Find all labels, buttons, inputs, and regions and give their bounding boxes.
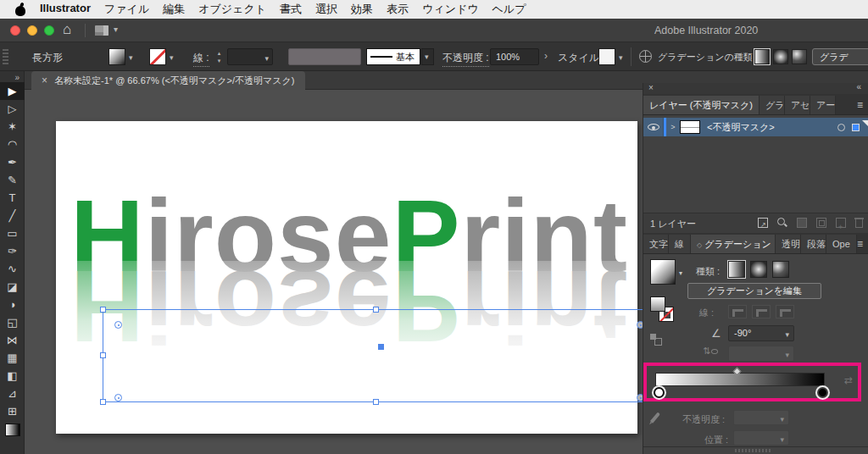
gradient-stop-black[interactable] [817, 387, 828, 398]
pen-tool[interactable]: ✒ [0, 153, 25, 171]
selection-handle[interactable] [373, 399, 379, 405]
visibility-cell[interactable] [643, 118, 664, 136]
collapse-panels-icon[interactable]: « [856, 82, 861, 91]
linear-gradient-button[interactable] [754, 49, 770, 64]
tab-transparency[interactable]: 透明 [776, 235, 801, 253]
gradient-slider[interactable] [655, 373, 825, 386]
tab-gradient-dock[interactable]: グラ [760, 96, 785, 114]
radial-gradient-button[interactable] [750, 261, 767, 278]
freeform-gradient-button[interactable] [792, 49, 807, 64]
globe-icon[interactable] [639, 50, 652, 63]
brush-definition-select[interactable]: 基本 [366, 48, 420, 65]
stroke-weight-label[interactable]: 線 : [193, 51, 209, 67]
tab-character[interactable]: 文字 [643, 235, 669, 253]
tab-opentype[interactable]: Ope [826, 235, 857, 253]
layer-expand-icon[interactable]: > [666, 123, 680, 131]
swap-fill-stroke-icon[interactable] [650, 334, 662, 344]
apple-logo-icon[interactable] [15, 3, 26, 16]
close-window-button[interactable] [10, 25, 20, 36]
panel-resize-grip[interactable] [735, 449, 772, 452]
shape-builder-tool[interactable]: ◧ [0, 367, 25, 385]
layer-target-icon[interactable] [837, 124, 845, 131]
close-document-icon[interactable]: × [42, 75, 47, 86]
zoom-window-button[interactable] [44, 25, 54, 36]
fill-color-swatch[interactable] [108, 48, 125, 65]
tab-assets[interactable]: アセ [785, 96, 810, 114]
linear-gradient-button[interactable] [728, 261, 745, 278]
free-transform-tool[interactable]: ▦ [0, 349, 25, 367]
menu-item-9[interactable]: ヘルプ [492, 2, 526, 17]
gradient-angle-select[interactable]: -90°▾ [728, 325, 794, 341]
style-chevron-icon[interactable]: ▾ [619, 53, 623, 62]
menu-item-8[interactable]: ウィンドウ [422, 2, 479, 17]
eraser-tool[interactable]: ◪ [0, 278, 25, 296]
stroke-weight-stepper[interactable]: ▴▾ [215, 49, 223, 64]
selection-handle[interactable] [100, 399, 106, 405]
arrange-documents-icon[interactable] [95, 25, 108, 36]
selection-handle[interactable] [100, 352, 106, 358]
tab-artboards[interactable]: アー| [810, 96, 836, 114]
chevron-down-icon[interactable]: ▾ [114, 25, 118, 34]
radial-gradient-button[interactable] [773, 49, 788, 64]
home-icon[interactable]: ⌂ [63, 21, 71, 38]
artboard[interactable]: HirosePrint HirosePrint [56, 121, 637, 434]
lasso-tool[interactable]: ◠ [0, 136, 25, 153]
minimize-window-button[interactable] [27, 25, 37, 36]
rotate-tool[interactable]: ◑ [0, 296, 25, 313]
selection-handle[interactable] [100, 307, 106, 313]
selection-bounding-box[interactable] [103, 309, 650, 402]
opacity-label[interactable]: 不透明度 : [442, 51, 489, 67]
gradient-tool[interactable] [0, 420, 25, 438]
anchor-widget[interactable] [114, 321, 122, 329]
graphic-style-swatch[interactable] [598, 48, 615, 65]
opacity-expand-icon[interactable]: › [544, 50, 548, 62]
direct-selection-tool[interactable]: ▷ [0, 100, 25, 118]
freeform-gradient-button[interactable] [772, 261, 789, 278]
menu-item-4[interactable]: 書式 [280, 2, 302, 17]
gradient-stop-white[interactable] [654, 387, 665, 398]
type-tool[interactable]: T [0, 189, 25, 207]
opacity-input[interactable]: 100% [490, 48, 539, 65]
tab-stroke[interactable]: 線 [669, 235, 691, 253]
collect-for-export-icon[interactable] [758, 218, 768, 228]
anchor-widget[interactable] [114, 394, 122, 401]
menu-item-1[interactable]: ファイル [104, 2, 149, 17]
stroke-color-swatch[interactable] [149, 48, 166, 65]
gradient-swatch-chevron-icon[interactable]: ▾ [679, 269, 682, 277]
layer-selection-indicator[interactable] [852, 124, 860, 131]
locate-object-icon[interactable] [777, 218, 787, 228]
expand-toolbar-icon[interactable]: » [0, 71, 24, 82]
stroke-chevron-icon[interactable]: ▾ [170, 53, 174, 62]
fill-proxy-swatch[interactable] [650, 296, 665, 312]
layer-name[interactable]: <不透明マスク> [707, 121, 837, 134]
eye-icon[interactable] [648, 124, 659, 130]
paintbrush-tool[interactable]: ✑ [0, 242, 25, 260]
panel-menu-icon[interactable]: ≡ [857, 99, 862, 111]
perspective-grid-tool[interactable]: ⊿ [0, 385, 25, 402]
stroke-weight-select[interactable]: ▾ [227, 48, 273, 65]
magic-wand-tool[interactable]: ✶ [0, 118, 25, 136]
scale-tool[interactable]: ◱ [0, 313, 25, 331]
menu-item-6[interactable]: 効果 [351, 2, 373, 17]
edit-gradient-button[interactable]: グラデーションを編集 [687, 283, 821, 299]
layer-thumbnail[interactable] [680, 120, 700, 134]
menu-item-2[interactable]: 編集 [163, 2, 185, 17]
curvature-tool[interactable]: ✎ [0, 171, 25, 189]
width-tool[interactable]: ⋈ [0, 331, 25, 349]
menu-item-3[interactable]: オブジェクト [198, 2, 266, 17]
menu-item-7[interactable]: 表示 [387, 2, 409, 17]
selection-tool[interactable]: ▶ [0, 82, 25, 100]
menu-item-5[interactable]: 選択 [315, 2, 337, 17]
shaper-tool[interactable]: ∿ [0, 260, 25, 278]
mesh-tool[interactable]: ⊞ [0, 402, 25, 420]
gradient-midpoint-marker[interactable] [733, 368, 742, 376]
document-tab[interactable]: × 名称未設定-1* @ 66.67% (<不透明マスク>/不透明マスク) [31, 71, 305, 90]
selection-center-point[interactable] [378, 344, 384, 350]
tab-paragraph[interactable]: 段落 [801, 235, 826, 253]
rectangle-tool[interactable]: ▭ [0, 224, 25, 242]
fill-chevron-icon[interactable]: ▾ [129, 53, 133, 62]
selection-handle[interactable] [373, 307, 379, 313]
edit-gradient-button[interactable]: グラデ [812, 48, 868, 65]
tab-gradient[interactable]: ◇ グラデーション [691, 235, 776, 253]
tab-layers[interactable]: レイヤー (不透明マスク) [643, 96, 760, 114]
